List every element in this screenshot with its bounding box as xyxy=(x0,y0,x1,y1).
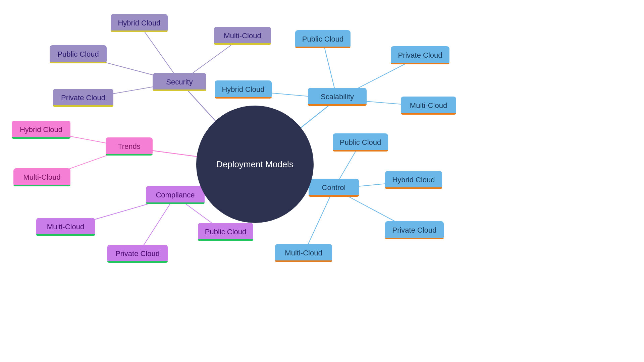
center-node: Deployment Models xyxy=(196,106,314,223)
leaf-compliance-public[interactable]: Public Cloud xyxy=(198,223,253,241)
leaf-security-multi[interactable]: Multi-Cloud xyxy=(214,27,271,45)
leaf-security-hybrid[interactable]: Hybrid Cloud xyxy=(111,14,168,32)
leaf-security-private[interactable]: Private Cloud xyxy=(53,89,113,107)
branch-scalability[interactable]: Scalability xyxy=(308,88,367,106)
leaf-scalability-public[interactable]: Public Cloud xyxy=(295,30,351,48)
leaf-control-multi[interactable]: Multi-Cloud xyxy=(275,244,332,262)
leaf-scalability-multi[interactable]: Multi-Cloud xyxy=(401,97,456,115)
leaf-trends-multi[interactable]: Multi-Cloud xyxy=(13,168,70,186)
branch-trends[interactable]: Trends xyxy=(106,137,153,156)
leaf-compliance-private[interactable]: Private Cloud xyxy=(107,245,168,263)
leaf-control-public[interactable]: Public Cloud xyxy=(333,133,388,152)
leaf-security-public[interactable]: Public Cloud xyxy=(50,45,107,63)
leaf-trends-hybrid[interactable]: Hybrid Cloud xyxy=(12,121,70,139)
branch-security[interactable]: Security xyxy=(153,73,206,91)
leaf-compliance-multi[interactable]: Multi-Cloud xyxy=(36,218,95,236)
leaf-scalability-private[interactable]: Private Cloud xyxy=(391,46,449,64)
center-label: Deployment Models xyxy=(216,159,293,170)
leaf-control-hybrid[interactable]: Hybrid Cloud xyxy=(385,171,442,189)
leaf-control-private[interactable]: Private Cloud xyxy=(385,221,444,239)
leaf-scalability-hybrid[interactable]: Hybrid Cloud xyxy=(215,80,272,99)
branch-compliance[interactable]: Compliance xyxy=(146,186,205,204)
branch-control[interactable]: Control xyxy=(309,179,359,197)
